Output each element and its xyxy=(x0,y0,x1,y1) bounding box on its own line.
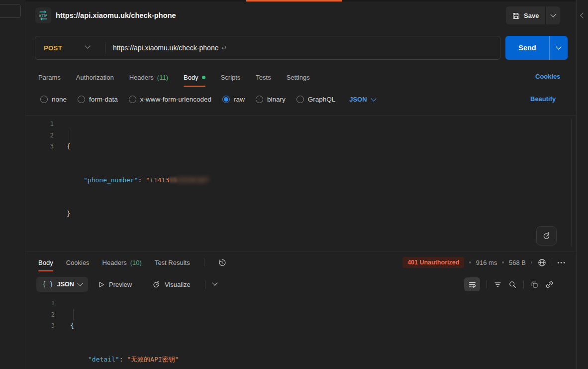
headers-count: (11) xyxy=(157,74,168,81)
save-button[interactable]: Save xyxy=(506,6,560,24)
request-body-code[interactable]: { "phone_number": "+1413555550187 } xyxy=(67,119,209,242)
body-type-options: none form-data x-www-form-urlencoded raw… xyxy=(40,93,376,106)
indent-guide xyxy=(73,309,74,320)
response-tabs: Body Cookies Headers(10) Test Results xyxy=(38,253,227,271)
line-numbers: 1 2 3 xyxy=(30,119,54,152)
redacted-phone-digits: 5550187 xyxy=(177,176,209,184)
radio-graphql[interactable]: GraphQL xyxy=(296,96,336,103)
tab-authorization[interactable]: Authorization xyxy=(76,68,114,87)
format-label: JSON xyxy=(57,281,74,288)
radio-none[interactable]: none xyxy=(40,96,67,103)
sparkle-circle-icon xyxy=(542,231,551,241)
editor-panel-edge xyxy=(571,119,572,246)
radio-binary[interactable]: binary xyxy=(256,96,286,103)
radio-icon xyxy=(40,96,48,103)
preview-button[interactable]: Preview xyxy=(98,277,132,292)
save-button-label: Save xyxy=(524,12,539,19)
line-numbers: 1 2 3 xyxy=(30,298,55,332)
indent-guide xyxy=(69,130,69,141)
response-format-select[interactable]: { } JSON xyxy=(36,277,88,292)
tab-headers[interactable]: Headers(11) xyxy=(129,68,168,87)
sparkle-circle-icon xyxy=(152,280,161,289)
filter-icon[interactable] xyxy=(493,280,502,289)
json-string-value: "+1413 xyxy=(146,176,169,184)
resp-tab-cookies[interactable]: Cookies xyxy=(66,253,90,271)
response-size[interactable]: 568 B xyxy=(509,259,526,266)
code-line: { xyxy=(67,141,209,152)
code-line: { xyxy=(70,320,179,332)
response-separator xyxy=(25,251,576,252)
collapse-panel-icon[interactable] xyxy=(580,12,586,18)
chevron-down-icon xyxy=(550,11,556,17)
language-label: JSON xyxy=(349,96,367,103)
tools-divider xyxy=(523,280,524,288)
search-icon[interactable] xyxy=(508,280,517,289)
toolbar-divider xyxy=(205,280,205,289)
chevron-down-icon xyxy=(371,96,376,101)
radio-icon xyxy=(78,96,85,103)
tools-divider xyxy=(487,280,487,288)
tab-scripts[interactable]: Scripts xyxy=(221,68,241,87)
request-body-editor[interactable]: 1 2 3 { "phone_number": "+1413555550187 … xyxy=(25,115,576,251)
json-key: "phone_number" xyxy=(84,176,138,184)
code-line: "detail": "无效的API密钥" xyxy=(70,354,179,366)
active-tab-indicator xyxy=(246,0,342,1)
url-input[interactable]: https://api.xiaomu.uk/check-phone ↵ xyxy=(113,36,227,60)
copy-icon[interactable] xyxy=(530,280,539,289)
resp-tab-test-results[interactable]: Test Results xyxy=(155,253,190,271)
toolbar-chevron-icon[interactable] xyxy=(212,280,217,285)
resp-tab-headers[interactable]: Headers(10) xyxy=(102,253,142,271)
save-options-button[interactable] xyxy=(546,6,560,24)
json-key: "detail" xyxy=(88,356,119,363)
more-options-icon[interactable]: ••• xyxy=(557,259,566,265)
response-meta: 401 Unauthorized 916 ms 568 B ••• xyxy=(402,253,566,271)
radio-form-data[interactable]: form-data xyxy=(78,96,118,103)
response-body-code[interactable]: { "detail": "无效的API密钥" } xyxy=(70,298,179,369)
body-modified-dot xyxy=(202,76,205,79)
braces-icon: { } xyxy=(42,281,53,288)
send-options-button[interactable] xyxy=(550,36,568,60)
radio-raw[interactable]: raw xyxy=(222,96,245,103)
resp-tab-body[interactable]: Body xyxy=(38,253,53,271)
chevron-down-icon xyxy=(556,44,561,49)
radio-icon xyxy=(256,96,263,103)
radio-x-www-form-urlencoded[interactable]: x-www-form-urlencoded xyxy=(129,96,211,103)
resp-headers-count: (10) xyxy=(130,259,142,266)
code-line: "phone_number": "+1413555550187 xyxy=(67,175,209,186)
right-sidebar-rail xyxy=(576,0,588,369)
method-selector[interactable]: POST xyxy=(44,36,62,60)
tab-tests[interactable]: Tests xyxy=(256,68,271,87)
wrap-text-button[interactable] xyxy=(464,277,480,291)
save-floppy-icon xyxy=(512,12,520,19)
dot-separator xyxy=(531,261,533,263)
tab-settings[interactable]: Settings xyxy=(287,68,310,87)
code-line: } xyxy=(67,208,209,220)
send-button[interactable]: Send xyxy=(505,36,568,60)
postbot-ai-button[interactable] xyxy=(536,226,557,246)
raw-language-select[interactable]: JSON xyxy=(349,96,375,103)
tabs-divider xyxy=(204,258,204,266)
chevron-down-icon xyxy=(77,280,83,286)
sidebar-collapsed-item[interactable] xyxy=(0,4,21,18)
return-symbol: ↵ xyxy=(221,44,227,52)
beautify-link[interactable]: Beautify xyxy=(530,95,556,103)
response-body-editor[interactable]: 1 2 3 { "detail": "无效的API密钥" } xyxy=(25,297,576,369)
response-history-icon[interactable] xyxy=(217,258,227,267)
radio-icon xyxy=(129,96,136,103)
dot-separator xyxy=(469,261,471,263)
tab-body[interactable]: Body xyxy=(184,68,205,87)
preview-label: Preview xyxy=(109,281,132,288)
dot-separator xyxy=(502,261,504,263)
response-time[interactable]: 916 ms xyxy=(476,259,497,266)
network-globe-icon[interactable] xyxy=(537,258,547,267)
json-string-value: "无效的API密钥" xyxy=(127,356,179,363)
tab-params[interactable]: Params xyxy=(38,68,61,87)
status-badge[interactable]: 401 Unauthorized xyxy=(402,257,464,268)
request-tabs: Params Authorization Headers(11) Body Sc… xyxy=(38,68,310,87)
link-icon[interactable] xyxy=(545,280,554,289)
http-badge-label: HTTP xyxy=(39,14,47,18)
visualize-button[interactable]: Visualize xyxy=(152,277,191,292)
cookies-link[interactable]: Cookies xyxy=(535,73,561,80)
play-icon xyxy=(98,281,105,288)
http-request-icon: HTTP xyxy=(35,7,51,23)
